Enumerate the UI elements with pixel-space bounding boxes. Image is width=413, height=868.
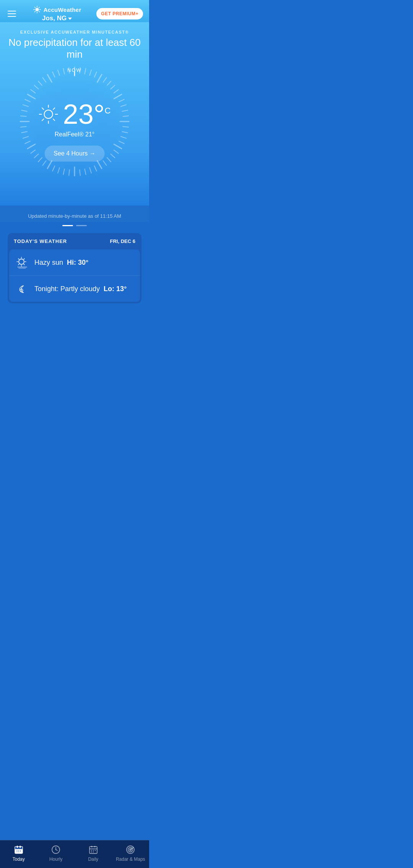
chevron-down-icon — [68, 18, 72, 20]
svg-line-88 — [18, 264, 19, 265]
todays-label: TODAY'S WEATHER — [14, 238, 67, 244]
dot-1[interactable] — [62, 225, 73, 226]
hazy-sun-icon — [15, 256, 29, 269]
minutecast-title: No precipitation for at least 60 min — [8, 37, 141, 60]
realfeel-display: RealFeel® 21° — [39, 131, 111, 138]
svg-line-87 — [24, 259, 24, 259]
app-name: AccuWeather — [44, 6, 81, 13]
svg-line-78 — [53, 108, 55, 110]
tonight-lo: Lo: 13° — [104, 285, 127, 293]
temp-unit: C — [105, 107, 111, 115]
location-text: Jos, NG — [42, 15, 67, 22]
daytime-row: Hazy sun Hi: 30° — [9, 249, 140, 276]
daytime-hi: Hi: 30° — [67, 259, 88, 266]
svg-line-79 — [42, 119, 44, 121]
location-selector[interactable]: Jos, NG — [42, 15, 72, 22]
header-center: AccuWeather Jos, NG — [33, 5, 81, 22]
todays-weather-header: TODAY'S WEATHER FRI, DEC 6 — [8, 233, 141, 249]
svg-line-5 — [34, 7, 35, 8]
svg-line-77 — [53, 119, 55, 121]
minutecast-label: EXCLUSIVE ACCUWEATHER MINUTECAST® — [8, 30, 141, 34]
daytime-text: Hazy sun Hi: 30° — [34, 259, 88, 267]
todays-date: FRI, DEC 6 — [110, 238, 135, 244]
weather-center-display: 23°C RealFeel® 21° See 4 Hours → — [39, 81, 111, 162]
svg-point-80 — [19, 259, 24, 264]
radar-container: // We'll draw this with pure SVG NOW — [17, 64, 132, 179]
svg-line-85 — [18, 259, 19, 259]
svg-line-8 — [34, 11, 35, 12]
dot-2[interactable] — [76, 225, 87, 226]
svg-line-86 — [24, 264, 24, 265]
menu-button[interactable] — [6, 9, 18, 18]
tonight-text: Tonight: Partly cloudy Lo: 13° — [34, 285, 127, 293]
premium-button[interactable]: GET PREMIUM+ — [96, 8, 143, 19]
minutecast-section: EXCLUSIVE ACCUWEATHER MINUTECAST® No pre… — [0, 22, 149, 206]
svg-point-0 — [35, 8, 39, 11]
weather-main: 23°C — [39, 100, 111, 128]
weather-rows: Hazy sun Hi: 30° T — [9, 249, 140, 302]
logo-sun-icon — [33, 5, 41, 14]
temp-value: 23° — [63, 100, 105, 128]
updated-text: Updated minute-by-minute as of 11:15 AM — [0, 206, 149, 222]
daytime-condition: Hazy sun — [34, 259, 63, 266]
svg-line-7 — [39, 7, 39, 8]
todays-weather-card: TODAY'S WEATHER FRI, DEC 6 — [8, 233, 141, 303]
partly-cloudy-night-icon — [15, 282, 29, 296]
svg-point-71 — [44, 110, 53, 118]
accuweather-logo: AccuWeather — [33, 5, 81, 14]
svg-line-76 — [42, 108, 44, 110]
see-hours-button[interactable]: See 4 Hours → — [44, 146, 104, 162]
svg-line-6 — [39, 11, 39, 12]
now-label: NOW — [67, 67, 82, 73]
current-sun-icon — [39, 104, 59, 124]
temperature-display: 23°C — [63, 100, 111, 128]
pagination-dots — [0, 222, 149, 233]
tonight-condition: Tonight: Partly cloudy — [34, 285, 100, 293]
tonight-row: Tonight: Partly cloudy Lo: 13° — [9, 276, 140, 302]
header: AccuWeather Jos, NG GET PREMIUM+ — [0, 0, 149, 22]
